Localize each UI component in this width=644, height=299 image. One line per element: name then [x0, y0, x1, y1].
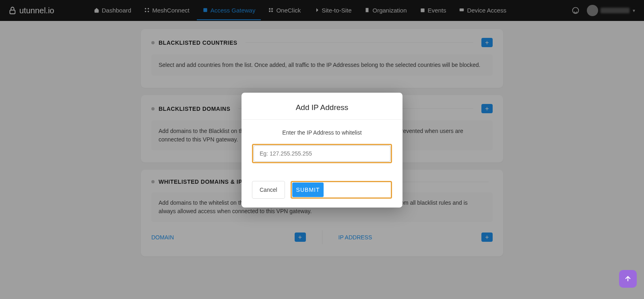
divider — [242, 119, 402, 120]
modal-overlay[interactable]: Add IP Address Enter the IP Address to w… — [0, 0, 644, 299]
add-ip-modal: Add IP Address Enter the IP Address to w… — [242, 93, 402, 208]
submit-highlight: SUBMIT — [291, 181, 392, 199]
ip-address-input[interactable] — [254, 145, 390, 162]
modal-subtitle: Enter the IP Address to whitelist — [252, 129, 392, 136]
cancel-button[interactable]: Cancel — [252, 181, 285, 199]
arrow-up-icon — [624, 275, 632, 283]
modal-title: Add IP Address — [252, 103, 392, 112]
input-highlight — [252, 144, 392, 163]
submit-button[interactable]: SUBMIT — [292, 183, 324, 197]
scroll-top-button[interactable] — [619, 270, 637, 288]
